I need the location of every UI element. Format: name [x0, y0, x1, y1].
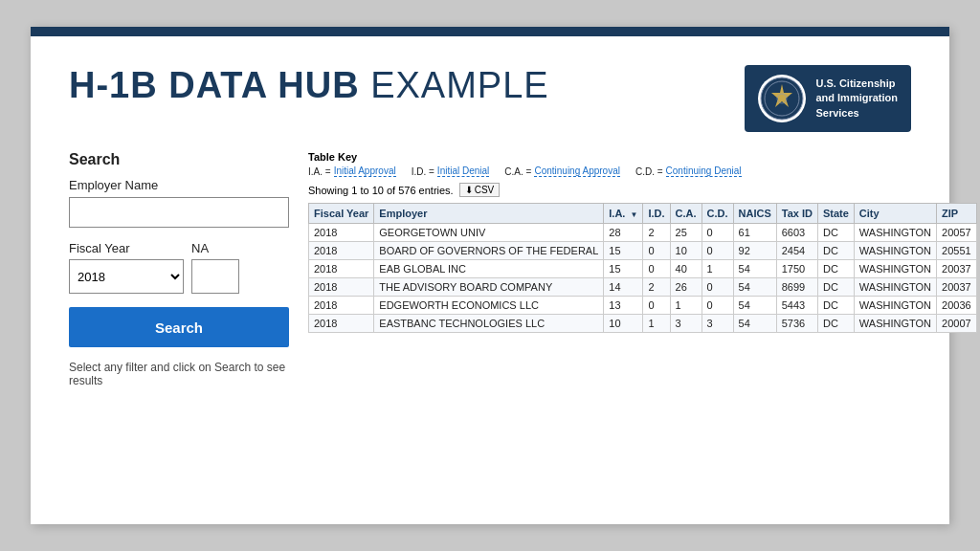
slide-content: H-1B DATA HUB EXAMPLE U.S. Citizenship a… — [31, 36, 949, 416]
cell-employer: THE ADVISORY BOARD COMPANY — [374, 278, 604, 297]
cell-ca: 1 — [670, 297, 702, 315]
cell-zip: 20551 — [937, 242, 977, 260]
cell-zip: 20037 — [937, 278, 977, 297]
cell-city: WASHINGTON — [854, 297, 936, 315]
header-bar — [31, 27, 949, 36]
cell-zip: 20037 — [937, 260, 977, 278]
cell-id: 1 — [643, 315, 670, 333]
na-group: NA — [191, 241, 239, 294]
cell-ca: 26 — [670, 278, 702, 297]
cell-ia: 28 — [604, 224, 643, 242]
col-zip: ZIP — [937, 204, 977, 224]
col-cd: C.D. — [702, 204, 733, 224]
table-key-title: Table Key — [308, 151, 911, 163]
cell-id: 2 — [643, 224, 670, 242]
table-body: 2018GEORGETOWN UNIV282250616603DCWASHING… — [309, 224, 977, 333]
cell-employer: BOARD OF GOVERNORS OF THE FEDERAL — [374, 242, 604, 260]
cell-fiscal_year: 2018 — [309, 315, 374, 333]
cell-tax_id: 6603 — [776, 224, 817, 242]
uscis-seal — [758, 75, 806, 122]
cell-state: DC — [817, 242, 854, 260]
col-state: State — [817, 204, 854, 224]
key-items: I.A. = Initial Approval I.D. = Initial D… — [308, 165, 911, 177]
hint-text: Select any filter and click on Search to… — [69, 361, 289, 387]
page-title: H-1B DATA HUB EXAMPLE — [69, 65, 549, 106]
download-icon: ⬇ — [465, 185, 473, 195]
table-row: 2018EAB GLOBAL INC150401541750DCWASHINGT… — [309, 260, 977, 278]
cell-ia: 14 — [604, 278, 643, 297]
cell-tax_id: 8699 — [776, 278, 817, 297]
cell-state: DC — [817, 260, 854, 278]
fiscal-year-group: Fiscal Year 2018 2017 2016 2015 — [69, 241, 184, 294]
cell-zip: 20036 — [937, 297, 977, 315]
table-header: Fiscal Year Employer I.A. ▼ I.D. C.A. C.… — [309, 204, 977, 224]
cell-cd: 0 — [702, 242, 733, 260]
cell-fiscal_year: 2018 — [309, 224, 374, 242]
cell-naics: 61 — [733, 224, 776, 242]
title-light: EXAMPLE — [370, 65, 549, 105]
na-input[interactable] — [191, 259, 239, 294]
data-table: Fiscal Year Employer I.A. ▼ I.D. C.A. C.… — [308, 203, 977, 333]
col-naics: NAICS — [733, 204, 776, 224]
cell-ia: 13 — [604, 297, 643, 315]
cell-ca: 10 — [670, 242, 702, 260]
cell-tax_id: 1750 — [776, 260, 817, 278]
cell-city: WASHINGTON — [854, 315, 936, 333]
fiscal-year-label: Fiscal Year — [69, 241, 184, 255]
col-employer: Employer — [374, 204, 604, 224]
search-label: Search — [69, 151, 289, 168]
cell-tax_id: 2454 — [776, 242, 817, 260]
filter-row: Fiscal Year 2018 2017 2016 2015 NA — [69, 241, 289, 294]
cell-state: DC — [817, 315, 854, 333]
cell-state: DC — [817, 224, 854, 242]
cell-state: DC — [817, 297, 854, 315]
col-ia[interactable]: I.A. ▼ — [604, 204, 643, 224]
cell-naics: 54 — [733, 315, 776, 333]
cell-fiscal_year: 2018 — [309, 260, 374, 278]
cell-state: DC — [817, 278, 854, 297]
table-row: 2018THE ADVISORY BOARD COMPANY1422605486… — [309, 278, 977, 297]
right-panel: Table Key I.A. = Initial Approval I.D. =… — [308, 151, 911, 333]
cell-ca: 40 — [670, 260, 702, 278]
search-button[interactable]: Search — [69, 307, 289, 347]
cell-naics: 54 — [733, 260, 776, 278]
employer-name-input[interactable] — [69, 197, 289, 228]
cell-city: WASHINGTON — [854, 260, 936, 278]
csv-button[interactable]: ⬇ CSV — [459, 183, 501, 197]
slide: H-1B DATA HUB EXAMPLE U.S. Citizenship a… — [31, 27, 949, 524]
cell-naics: 92 — [733, 242, 776, 260]
employer-name-label: Employer Name — [69, 178, 289, 192]
na-label: NA — [191, 241, 239, 255]
csv-label: CSV — [475, 185, 495, 195]
cell-ia: 10 — [604, 315, 643, 333]
key-id: I.D. = Initial Denial — [412, 165, 490, 177]
cell-ia: 15 — [604, 242, 643, 260]
cell-naics: 54 — [733, 297, 776, 315]
col-fiscal-year: Fiscal Year — [309, 204, 374, 224]
cell-cd: 1 — [702, 260, 733, 278]
col-ca: C.A. — [670, 204, 702, 224]
cell-zip: 20007 — [937, 315, 977, 333]
table-key: Table Key I.A. = Initial Approval I.D. =… — [308, 151, 911, 177]
cell-id: 0 — [643, 297, 670, 315]
cell-city: WASHINGTON — [854, 224, 936, 242]
cell-cd: 0 — [702, 278, 733, 297]
cell-ca: 25 — [670, 224, 702, 242]
table-row: 2018GEORGETOWN UNIV282250616603DCWASHING… — [309, 224, 977, 242]
left-panel: Search Employer Name Fiscal Year 2018 20… — [69, 151, 289, 387]
cell-cd: 0 — [702, 297, 733, 315]
cell-tax_id: 5443 — [776, 297, 817, 315]
cell-fiscal_year: 2018 — [309, 297, 374, 315]
table-row: 2018EDGEWORTH ECONOMICS LLC13010545443DC… — [309, 297, 977, 315]
col-tax-id: Tax ID — [776, 204, 817, 224]
cell-id: 2 — [643, 278, 670, 297]
cell-ca: 3 — [670, 315, 702, 333]
col-city: City — [854, 204, 936, 224]
fiscal-year-select[interactable]: 2018 2017 2016 2015 — [69, 259, 184, 294]
cell-city: WASHINGTON — [854, 242, 936, 260]
cell-fiscal_year: 2018 — [309, 242, 374, 260]
header-row: Fiscal Year Employer I.A. ▼ I.D. C.A. C.… — [309, 204, 977, 224]
key-cd: C.D. = Continuing Denial — [635, 165, 742, 177]
cell-id: 0 — [643, 260, 670, 278]
cell-employer: EDGEWORTH ECONOMICS LLC — [374, 297, 604, 315]
